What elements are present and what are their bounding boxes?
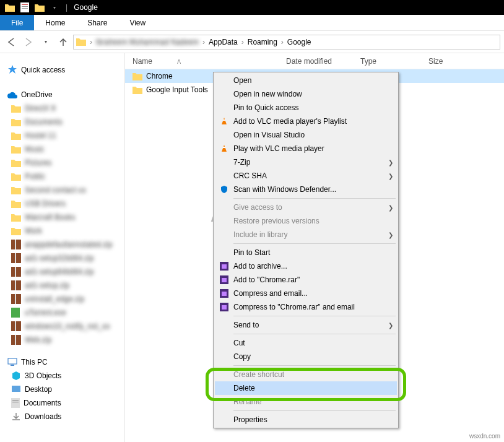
sidebar-item[interactable]: Downloads xyxy=(0,410,124,423)
sidebar-item[interactable]: DirectX 9 xyxy=(0,102,124,115)
menu-open-visual-studio[interactable]: Open in Visual Studio xyxy=(215,128,397,142)
winrar-icon xyxy=(217,262,231,271)
chevron-right-icon: ❯ xyxy=(388,173,393,180)
menu-defender-scan[interactable]: Scan with Windows Defender... xyxy=(215,183,397,196)
cloud-icon xyxy=(7,91,17,98)
breadcrumb-user[interactable]: Ibraheem Muhammad Nadeem xyxy=(93,38,201,46)
navigation-bar: ▾ › Ibraheem Muhammad Nadeem › AppData ›… xyxy=(0,31,504,53)
sidebar-item[interactable]: 3D Objects xyxy=(0,369,124,383)
sidebar-item[interactable]: USB Drivers xyxy=(0,197,124,210)
svg-rect-23 xyxy=(12,400,19,401)
sidebar-item[interactable]: windows10_notify_not_so xyxy=(0,319,124,333)
dropdown-icon[interactable]: ▾ xyxy=(49,2,60,13)
svg-rect-24 xyxy=(12,402,19,402)
folder-icon xyxy=(11,104,21,113)
back-button[interactable] xyxy=(4,35,19,50)
menu-restore-previous[interactable]: Restore previous versions xyxy=(215,214,397,228)
chevron-right-icon[interactable]: › xyxy=(241,38,244,46)
folder-icon xyxy=(34,2,45,13)
menu-properties[interactable]: Properties xyxy=(215,413,397,427)
sidebar-item[interactable]: ad1-setup.zip xyxy=(0,279,124,292)
chevron-right-icon[interactable]: › xyxy=(202,38,205,46)
context-menu: Open Open in new window Pin to Quick acc… xyxy=(213,72,399,428)
vlc-icon xyxy=(217,144,231,153)
folder-icon xyxy=(11,186,21,194)
breadcrumb-item[interactable]: Roaming xyxy=(245,38,280,46)
up-button[interactable] xyxy=(56,35,71,50)
separator xyxy=(233,365,396,366)
menu-create-shortcut[interactable]: Create shortcut xyxy=(215,368,397,381)
sidebar-item[interactable]: Hostel 11 xyxy=(0,129,124,142)
view-tab[interactable]: View xyxy=(118,15,157,30)
menu-copy[interactable]: Copy xyxy=(215,350,397,363)
sidebar-item[interactable]: Warcraft Books xyxy=(0,210,124,224)
sidebar-item[interactable]: Second contact us xyxy=(0,183,124,197)
chevron-right-icon[interactable]: › xyxy=(90,38,92,46)
menu-rename[interactable]: Rename xyxy=(215,395,397,409)
menu-crc-sha[interactable]: CRC SHA❯ xyxy=(215,169,397,183)
sidebar-item[interactable]: Web.zip xyxy=(0,333,124,347)
sidebar-item[interactable]: ad1-setup64bit64.zip xyxy=(0,265,124,279)
menu-delete[interactable]: Delete xyxy=(215,381,397,395)
home-tab[interactable]: Home xyxy=(34,15,76,30)
menu-include-library[interactable]: Include in library❯ xyxy=(215,228,397,241)
menu-add-rar[interactable]: Add to "Chrome.rar" xyxy=(215,273,397,287)
menu-open-new-window[interactable]: Open in new window xyxy=(215,87,397,101)
sidebar-item[interactable]: uninstall_edge.zip xyxy=(0,292,124,306)
column-header-size[interactable]: Size xyxy=(428,57,478,66)
svg-rect-28 xyxy=(222,264,227,269)
onedrive[interactable]: OneDrive xyxy=(0,88,124,102)
recent-dropdown[interactable]: ▾ xyxy=(38,35,53,50)
svg-rect-20 xyxy=(11,365,14,366)
archive-icon xyxy=(11,335,21,345)
forward-button[interactable] xyxy=(21,35,36,50)
separator xyxy=(233,334,396,334)
sidebar-item[interactable]: ad1-setup32bit64.zip xyxy=(0,251,124,265)
svg-rect-19 xyxy=(8,358,17,364)
menu-send-to[interactable]: Send to❯ xyxy=(215,318,397,332)
svg-rect-13 xyxy=(15,294,16,304)
archive-icon xyxy=(11,267,21,277)
folder-icon xyxy=(11,213,21,222)
file-icon xyxy=(19,2,30,13)
column-header-type[interactable]: Type xyxy=(360,57,428,66)
menu-open[interactable]: Open xyxy=(215,74,397,87)
menu-add-archive[interactable]: Add to archive... xyxy=(215,259,397,273)
svg-rect-3 xyxy=(22,8,28,9)
breadcrumb-item[interactable]: AppData xyxy=(206,38,240,46)
sidebar-item[interactable]: Work xyxy=(0,224,124,238)
share-tab[interactable]: Share xyxy=(76,15,118,30)
breadcrumb-item[interactable]: Google xyxy=(285,38,314,46)
file-tab[interactable]: File xyxy=(0,15,34,30)
sidebar-item[interactable]: Documents xyxy=(0,115,124,129)
column-header-date[interactable]: Date modified xyxy=(286,57,360,66)
menu-7zip[interactable]: 7-Zip❯ xyxy=(215,155,397,169)
sidebar-item[interactable]: Desktop xyxy=(0,383,124,396)
menu-give-access[interactable]: Give access to❯ xyxy=(215,201,397,214)
svg-rect-25 xyxy=(223,119,225,121)
menu-compress-email[interactable]: Compress and email... xyxy=(215,287,397,300)
folder-icon xyxy=(76,37,86,47)
sidebar-item[interactable]: uTorrent.exe xyxy=(0,306,124,319)
menu-pin-quick-access[interactable]: Pin to Quick access xyxy=(215,101,397,115)
menu-cut[interactable]: Cut xyxy=(215,336,397,350)
sidebar-item[interactable]: anappdefaultannotated.zip xyxy=(0,238,124,251)
menu-compress-rar-email[interactable]: Compress to "Chrome.rar" and email xyxy=(215,300,397,314)
menu-vlc-add[interactable]: Add to VLC media player's Playlist xyxy=(215,115,397,128)
sidebar-item[interactable]: Public xyxy=(0,170,124,183)
chevron-right-icon[interactable]: › xyxy=(281,38,284,46)
archive-icon xyxy=(11,321,21,331)
sidebar-item[interactable]: Documents xyxy=(0,396,124,410)
this-pc-label: This PC xyxy=(21,358,48,366)
svg-rect-32 xyxy=(222,292,227,296)
quick-access[interactable]: Quick access xyxy=(0,63,124,77)
menu-vlc-play[interactable]: Play with VLC media player xyxy=(215,142,397,155)
this-pc[interactable]: This PC xyxy=(0,355,124,369)
menu-pin-start[interactable]: Pin to Start xyxy=(215,246,397,259)
sidebar-item[interactable]: Pictures xyxy=(0,156,124,170)
3d-objects-icon xyxy=(11,371,21,381)
svg-rect-5 xyxy=(15,240,16,249)
column-header-name[interactable]: Nameᐱ xyxy=(133,57,286,66)
address-bar[interactable]: › Ibraheem Muhammad Nadeem › AppData › R… xyxy=(73,35,500,50)
sidebar-item[interactable]: Music xyxy=(0,142,124,156)
